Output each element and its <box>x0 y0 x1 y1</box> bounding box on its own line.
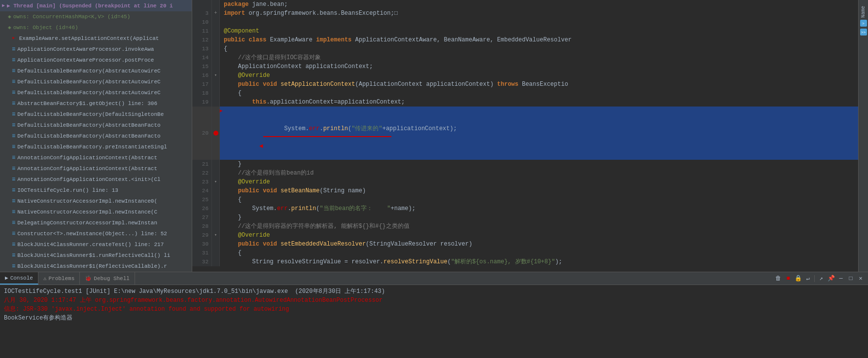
frame-label-15: NativeConstructorAccessorImpl.newInstanc… <box>17 197 157 206</box>
frame-label-6: AbstractBeanFactory$1.getObject() line: … <box>17 99 157 108</box>
frame-4[interactable]: DefaultListableBeanFactory(AbstractAutow… <box>0 76 192 87</box>
frame-icon-5 <box>12 88 15 97</box>
line-gutter-16: ▾ <box>212 71 220 80</box>
frame-label-2: ApplicationContextAwareProcessor.postPro… <box>17 56 154 65</box>
line-gutter-25 <box>212 195 220 204</box>
tab-problems[interactable]: ⚠ Problems <box>38 272 80 285</box>
frame-label-21: BlockJUnit4ClassRunner$1(ReflectiveCalla… <box>17 262 167 271</box>
frame-label-20: BlockJUnit4ClassRunner$1.runReflectiveCa… <box>17 251 170 260</box>
frame-5[interactable]: DefaultListableBeanFactory(AbstractAutow… <box>0 87 192 98</box>
right-panel: Name > >> <box>858 0 868 272</box>
frame-17[interactable]: DelegatingConstructorAccessorImpl.newIns… <box>0 217 192 228</box>
code-content-18: { <box>220 89 242 98</box>
line-gutter-32 <box>212 257 220 266</box>
frame-icon-10 <box>12 143 15 151</box>
code-content-pkg: package jane.bean; <box>220 0 288 9</box>
owns-item-1[interactable]: ◈ owns: ConcurrentHashMap<K,V> (id=45) <box>0 11 192 22</box>
tab-debug-shell[interactable]: 🐞 Debug Shell <box>80 272 135 285</box>
frame-11[interactable]: AnnotationConfigApplicationContext(Abstr… <box>0 152 192 163</box>
frame-12[interactable]: AnnotationConfigApplicationContext(Abstr… <box>0 163 192 174</box>
line-gutter-15 <box>212 62 220 71</box>
open-console-btn[interactable]: ↗ <box>817 274 826 283</box>
code-line-16: 16 ▾ @Override <box>192 71 858 80</box>
frame-10[interactable]: DefaultListableBeanFactory.preInstantiat… <box>0 142 192 152</box>
code-line-13: 13 { <box>192 44 858 53</box>
line-gutter-24 <box>212 186 220 195</box>
frame-21[interactable]: BlockJUnit4ClassRunner$1(ReflectiveCalla… <box>0 261 192 272</box>
line-gutter-26 <box>212 204 220 213</box>
frame-13[interactable]: AnnotationConfigApplicationContext.<init… <box>0 174 192 185</box>
owns-item-2[interactable]: ◈ owns: Object (id=46) <box>0 22 192 33</box>
line-num-28: 28 <box>192 222 212 231</box>
frame-8[interactable]: DefaultListableBeanFactory(AbstractBeanF… <box>0 120 192 131</box>
frame-icon-13 <box>12 175 15 184</box>
frame-label-18: Constructor<T>.newInstance(Object...) li… <box>17 229 167 238</box>
line-gutter-11 <box>212 27 220 36</box>
stop-btn[interactable]: ■ <box>784 274 793 283</box>
frame-icon-1 <box>12 45 15 54</box>
frame-label-12: AnnotationConfigApplicationContext(Abstr… <box>17 164 157 173</box>
frame-label-13: AnnotationConfigApplicationContext.<init… <box>17 175 160 184</box>
code-container[interactable]: package jane.bean; 3 + import org.spring… <box>192 0 858 272</box>
maximize-console-btn[interactable]: □ <box>846 274 855 283</box>
code-line-31: 31 { <box>192 249 858 257</box>
line-num-12: 12 <box>192 36 212 44</box>
frame-icon-8 <box>12 121 15 130</box>
scroll-lock-btn[interactable]: 🔒 <box>794 274 802 283</box>
code-line-21: 21 } <box>192 160 858 169</box>
line-num-32: 32 <box>192 257 212 266</box>
frame-15[interactable]: NativeConstructorAccessorImpl.newInstanc… <box>0 196 192 207</box>
code-content-24: public void setBeanName(String name) <box>220 186 366 195</box>
line-num-29: 29 <box>192 231 212 240</box>
frame-7[interactable]: DefaultListableBeanFactory(DefaultSingle… <box>0 109 192 120</box>
frame-6[interactable]: AbstractBeanFactory$1.getObject() line: … <box>0 98 192 109</box>
editor-area: package jane.bean; 3 + import org.spring… <box>192 0 858 272</box>
frame-label-5: DefaultListableBeanFactory(AbstractAutow… <box>17 88 160 97</box>
frame-20[interactable]: BlockJUnit4ClassRunner$1.runReflectiveCa… <box>0 250 192 261</box>
bottom-tabs: ▶ Console ⚠ Problems 🐞 Debug Shell 🗑 ■ 🔒… <box>0 272 868 285</box>
line-num-pkg <box>192 0 212 9</box>
frame-label-9: DefaultListableBeanFactory(AbstractBeanF… <box>17 132 160 141</box>
line-gutter-23: ▾ <box>212 178 220 186</box>
code-line-15: 15 ApplicationContext applicationContext… <box>192 62 858 71</box>
pin-console-btn[interactable]: 📌 <box>827 274 835 283</box>
main-area: ▶ Thread [main] (Suspended (breakpoint a… <box>0 0 868 272</box>
frame-14[interactable]: IOCTestLifeCycle.run() line: 13 <box>0 185 192 196</box>
code-content-19: this.applicationContext=applicationConte… <box>220 98 405 107</box>
frame-label-7: DefaultListableBeanFactory(DefaultSingle… <box>17 110 164 119</box>
frame-2[interactable]: ApplicationContextAwareProcessor.postPro… <box>0 55 192 66</box>
frame-label-11: AnnotationConfigApplicationContext(Abstr… <box>17 153 157 162</box>
tab-console[interactable]: ▶ Console <box>0 272 38 285</box>
code-content-27: } <box>220 213 242 222</box>
close-console-btn[interactable]: ✕ <box>856 274 865 283</box>
line-gutter-14 <box>212 53 220 62</box>
line-num-13: 13 <box>192 44 212 53</box>
code-content-3: import org.springframework.beans.BeansEx… <box>220 9 398 18</box>
frame-label-16: NativeConstructorAccessorImpl.newInstanc… <box>17 208 157 216</box>
frame-1[interactable]: ApplicationContextAwareProcessor.invokeA… <box>0 44 192 55</box>
frame-18[interactable]: Constructor<T>.newInstance(Object...) li… <box>0 228 192 239</box>
code-line-29: 29 ▾ @Override <box>192 231 858 240</box>
tab-console-label: Console <box>10 275 33 281</box>
clear-console-btn[interactable]: 🗑 <box>774 274 783 283</box>
breakpoint-20 <box>213 131 218 136</box>
frame-16[interactable]: NativeConstructorAccessorImpl.newInstanc… <box>0 207 192 217</box>
line-gutter-12 <box>212 36 220 44</box>
line-gutter-22 <box>212 169 220 178</box>
active-frame[interactable]: ➤ ExampleAware.setApplicationContext(App… <box>0 33 192 44</box>
minimize-console-btn[interactable]: — <box>836 274 845 283</box>
right-panel-btn-1[interactable]: > <box>860 20 867 27</box>
frame-9[interactable]: DefaultListableBeanFactory(AbstractBeanF… <box>0 131 192 142</box>
code-line-11: 11 @Component <box>192 27 858 36</box>
frame-3[interactable]: DefaultListableBeanFactory(AbstractAutow… <box>0 66 192 76</box>
code-content-12: public class ExampleAware implements App… <box>220 36 572 44</box>
thread-header[interactable]: ▶ Thread [main] (Suspended (breakpoint a… <box>0 0 192 11</box>
code-content-10 <box>220 18 224 27</box>
line-gutter-18 <box>212 89 220 98</box>
line-num-14: 14 <box>192 53 212 62</box>
frame-label-19: BlockJUnit4ClassRunner.createTest() line… <box>17 240 164 249</box>
code-line-19: 19 this.applicationContext=applicationCo… <box>192 98 858 107</box>
frame-19[interactable]: BlockJUnit4ClassRunner.createTest() line… <box>0 239 192 250</box>
word-wrap-btn[interactable]: ↵ <box>803 274 812 283</box>
right-panel-btn-2[interactable]: >> <box>860 29 867 36</box>
